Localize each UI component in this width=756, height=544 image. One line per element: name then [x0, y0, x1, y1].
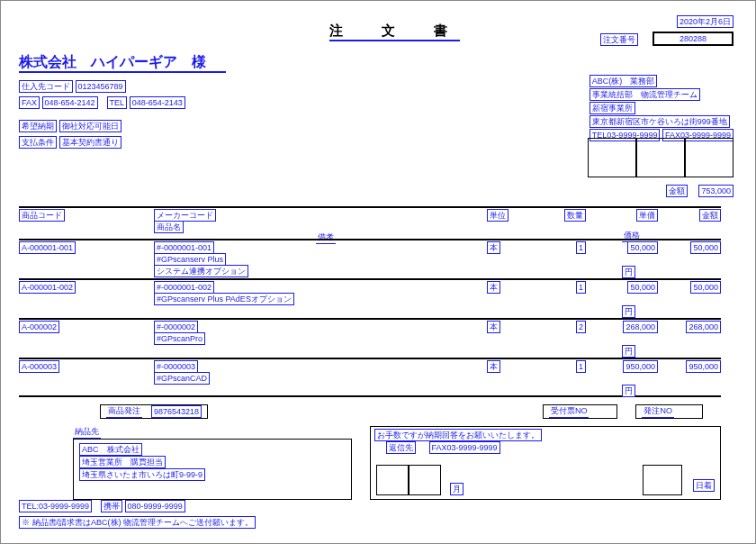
- reply-month-box: [376, 465, 409, 495]
- order-number: 280288: [678, 33, 708, 44]
- payment-terms: 基本契約書通り: [59, 136, 122, 149]
- item-name: #GPscanserv Plus PAdESオプション: [154, 293, 294, 305]
- payment-terms-label: 支払条件: [19, 136, 57, 149]
- reply-message: お手数ですが納期回答をお願いいたします。: [374, 429, 542, 441]
- item-name: #GPscanCAD: [154, 372, 210, 385]
- vendor-underline: [19, 71, 226, 73]
- receipt-box: 受付票NO: [543, 404, 618, 419]
- delivery-mobile-label: 携帯: [101, 500, 122, 512]
- total-amount: 753,000: [698, 185, 734, 197]
- delivery-mobile: 080-9999-9999: [125, 500, 185, 512]
- item-qty: 1: [576, 281, 586, 294]
- bottom-block: 商品発注 9876543218 受付票NO 発注NO 納品先 ABC 株式会: [19, 404, 721, 529]
- item-code: A-000003: [19, 360, 59, 373]
- reply-day-label: 日着: [693, 479, 715, 492]
- buyer-division: 事業統括部 物流管理チーム: [590, 88, 700, 101]
- product-order-box: 商品発注 9876543218: [100, 404, 208, 419]
- item-amount: 950,000: [686, 360, 721, 373]
- item-price: 50,000: [627, 241, 658, 254]
- col-price: 単価: [636, 209, 658, 222]
- item-amount: 50,000: [690, 281, 721, 294]
- item-currency: 円: [622, 385, 635, 397]
- item-maker: #-0000003: [154, 360, 198, 373]
- supplier-code-label: 仕入先コード: [19, 80, 73, 93]
- table-row: A-000001-002 #-0000001-002 #GPscanserv P…: [19, 278, 721, 318]
- reply-sig-box: [643, 465, 682, 495]
- document-title: 注 文 書: [329, 23, 460, 41]
- table-row: A-000002 #-0000002 #GPscanPro 本 2 268,00…: [19, 318, 721, 358]
- col-qty: 数量: [564, 209, 586, 222]
- delivery-label: 納品先: [73, 426, 101, 439]
- col-amount: 金額: [699, 209, 721, 222]
- item-qty: 2: [576, 321, 586, 333]
- left-info-block: 仕入先コード 0123456789 FAX 048-654-2142 TEL 0…: [19, 78, 185, 150]
- reply-month-label: 月: [450, 483, 464, 495]
- tel-number: 048-654-2143: [130, 96, 185, 109]
- total-label: 金額: [666, 185, 688, 197]
- reply-body: お手数ですが納期回答をお願いいたします。 返信先 FAX03-9999-9999…: [370, 426, 721, 500]
- buyer-address: 東京都新宿区市ケ谷いろは街999番地: [590, 115, 730, 128]
- item-maker: #-0000001-002: [154, 281, 214, 294]
- buyer-office: 新宿事業所: [590, 102, 635, 114]
- buyer-company: ABC(株) 業務部: [590, 75, 658, 87]
- delivery-body: ABC 株式会社 埼玉営業所 購買担当 埼玉県さいたま市いろは町9-99-9: [73, 439, 352, 500]
- order-number-box: 280288: [652, 32, 734, 46]
- supplier-code: 0123456789: [76, 80, 126, 93]
- fax-number: 048-654-2142: [42, 96, 98, 109]
- order-box: 発注NO: [635, 404, 703, 419]
- stamp-row: [588, 138, 734, 177]
- item-price: 268,000: [623, 321, 658, 333]
- delivery-company: ABC 株式会社: [79, 443, 142, 456]
- desired-date: 御社対応可能日: [59, 120, 122, 132]
- reply-block: お手数ですが納期回答をお願いいたします。 返信先 FAX03-9999-9999…: [370, 426, 721, 529]
- item-unit: 本: [487, 241, 500, 254]
- item-currency: 円: [622, 345, 635, 358]
- reply-fax: FAX03-9999-9999: [429, 441, 500, 454]
- delivery-address: 埼玉県さいたま市いろは町9-99-9: [79, 468, 205, 481]
- item-name: #GPscanPro: [154, 332, 205, 345]
- reply-to-label: 返信先: [386, 441, 416, 454]
- col-maker: メーカーコード: [154, 209, 216, 222]
- item-price: 50,000: [627, 281, 658, 294]
- order-label: 発注NO: [642, 405, 674, 418]
- order-sheet: 2020年2月6日 注 文 書 注文番号 280288 株式会社 ハイパーギア …: [0, 0, 756, 544]
- item-code: A-000001-002: [19, 281, 76, 294]
- table-row: A-000001-001 #-0000001-001 #GPscanserv P…: [19, 239, 721, 278]
- item-qty: 1: [576, 241, 586, 254]
- delivery-block: 納品先 ABC 株式会社 埼玉営業所 購買担当 埼玉県さいたま市いろは町9-99…: [19, 426, 352, 529]
- right-info-block: ABC(株) 業務部 事業統括部 物流管理チーム 新宿事業所 東京都新宿区市ケ谷…: [590, 75, 734, 142]
- col-unit: 単位: [487, 209, 508, 222]
- item-maker: #-0000001-001: [154, 241, 214, 254]
- item-currency: 円: [622, 305, 635, 318]
- item-unit: 本: [487, 321, 500, 333]
- table-header: 商品コード メーカーコード 商品名 備考 単位 数量 単価 金額 価格: [19, 206, 721, 239]
- item-name: #GPscanserv Plus: [154, 253, 226, 266]
- delivery-note: ※ 納品書/請求書はABC(株) 物流管理チームへご送付願います。: [19, 516, 256, 529]
- item-currency: 円: [622, 266, 635, 278]
- reply-date-cells: 月: [376, 465, 472, 495]
- items-table: 商品コード メーカーコード 商品名 備考 単位 数量 単価 金額 価格 A-00…: [19, 206, 721, 397]
- stamp-box-2: [636, 138, 685, 177]
- reply-month-box2: [409, 465, 441, 495]
- receipt-label: 受付票NO: [549, 405, 590, 418]
- item-amount: 268,000: [686, 321, 721, 333]
- item-unit: 本: [487, 360, 500, 373]
- item-code: A-000002: [19, 321, 59, 333]
- totals: 金額 753,000: [666, 185, 734, 197]
- stamp-box-1: [588, 138, 636, 177]
- item-qty: 1: [576, 360, 586, 373]
- reference-row: 商品発注 9876543218 受付票NO 発注NO: [19, 404, 721, 419]
- fax-label: FAX: [19, 96, 40, 109]
- tel-label: TEL: [107, 96, 128, 109]
- issue-date: 2020年2月6日: [677, 15, 734, 28]
- split-block: 納品先 ABC 株式会社 埼玉営業所 購買担当 埼玉県さいたま市いろは町9-99…: [19, 426, 721, 529]
- order-number-label: 注文番号: [600, 33, 638, 46]
- item-amount: 50,000: [690, 241, 721, 254]
- product-order-no: 9876543218: [151, 405, 202, 418]
- item-price: 950,000: [623, 360, 658, 373]
- delivery-tel: TEL:03-9999-9999: [19, 500, 92, 512]
- item-code: A-000001-001: [19, 241, 76, 254]
- col-name: 商品名: [154, 221, 184, 233]
- product-order-label: 商品発注: [106, 405, 142, 418]
- item-maker: #-0000002: [154, 321, 198, 333]
